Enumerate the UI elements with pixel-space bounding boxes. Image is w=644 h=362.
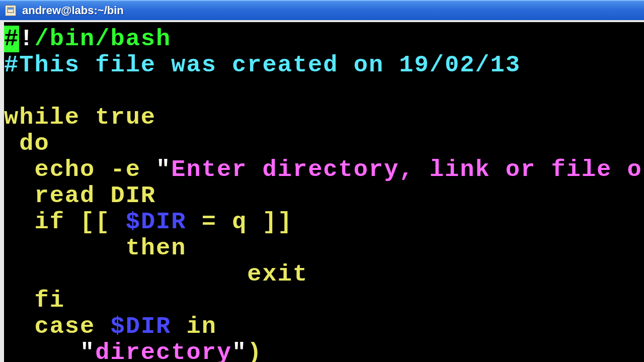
cursor: # [4,26,19,52]
kw-if: if [34,209,64,235]
string-content: directory [95,339,232,362]
bracket-close: ]] [263,209,293,235]
string-content: Enter directory, link or file or q t [171,156,644,183]
code-line: then [4,235,644,261]
kw-while: while [4,104,80,131]
kw-then: then [126,235,187,261]
kw-in: in [171,313,217,340]
code-line: echo -e "Enter directory, link or file o… [4,157,644,183]
open-quote: " [80,339,95,362]
code-line: #!/bin/bash [4,26,644,52]
cmd-exit: exit [247,261,308,288]
code-line-blank [4,78,644,105]
close-quote: " [232,339,247,362]
svg-rect-1 [8,8,13,10]
kw-fi: fi [34,287,64,314]
bracket-open: [[ [80,209,110,235]
window-title: andrew@labs:~/bin [22,4,124,17]
kw-do: do [19,130,49,157]
code-line: read DIR [4,183,644,209]
open-quote: " [156,156,171,183]
cmd-read: read [34,183,95,209]
code-line: do [4,131,644,157]
var-ref: $DIR [110,313,171,340]
shebang-path: /bin/bash [34,26,171,52]
code-line: #This file was created on 19/02/13 [4,52,644,78]
code-line: case $DIR in [4,314,644,340]
var-name: DIR [95,183,156,209]
echo-flag: -e [95,156,156,183]
shebang-bang: ! [19,26,34,52]
comment-text: This file was created on 19/02/13 [19,52,521,78]
code-line: if [[ $DIR = q ]] [4,209,644,235]
code-line: while true [4,105,644,131]
case-paren: ) [247,339,262,362]
code-line: fi [4,288,644,314]
putty-icon [5,5,16,16]
kw-true: true [80,104,156,131]
eq-op: = q [187,209,263,235]
cmd-echo: echo [34,156,95,183]
code-line: exit [4,261,644,288]
window-titlebar[interactable]: andrew@labs:~/bin [0,0,644,20]
kw-case: case [34,313,95,340]
var-ref: $DIR [126,209,187,235]
comment-hash: # [4,52,19,78]
code-line: "directory") [4,340,644,362]
terminal-editor-area[interactable]: #!/bin/bash #This file was created on 19… [4,22,644,362]
